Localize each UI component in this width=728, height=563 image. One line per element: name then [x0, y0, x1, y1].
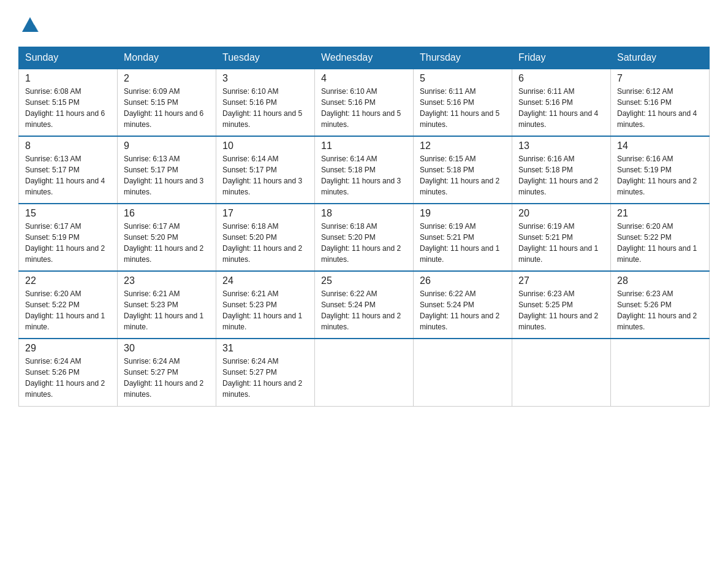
day-info: Sunrise: 6:13 AMSunset: 5:17 PMDaylight:… [124, 153, 210, 197]
day-number: 4 [321, 73, 407, 84]
calendar-cell: 19Sunrise: 6:19 AMSunset: 5:21 PMDayligh… [414, 204, 512, 271]
day-info: Sunrise: 6:10 AMSunset: 5:16 PMDaylight:… [222, 86, 308, 130]
calendar-cell: 13Sunrise: 6:16 AMSunset: 5:18 PMDayligh… [512, 136, 611, 204]
calendar-cell [414, 339, 512, 406]
calendar-cell: 11Sunrise: 6:14 AMSunset: 5:18 PMDayligh… [315, 136, 414, 204]
day-info: Sunrise: 6:08 AMSunset: 5:15 PMDaylight:… [25, 86, 111, 130]
day-info: Sunrise: 6:17 AMSunset: 5:20 PMDaylight:… [124, 221, 210, 265]
weekday-header-friday: Friday [512, 47, 611, 69]
calendar-cell: 10Sunrise: 6:14 AMSunset: 5:17 PMDayligh… [216, 136, 315, 204]
weekday-header-row: SundayMondayTuesdayWednesdayThursdayFrid… [19, 47, 710, 69]
calendar-cell: 23Sunrise: 6:21 AMSunset: 5:23 PMDayligh… [118, 271, 216, 339]
calendar-cell [512, 339, 611, 406]
day-number: 5 [420, 73, 506, 84]
calendar-cell: 25Sunrise: 6:22 AMSunset: 5:24 PMDayligh… [315, 271, 414, 339]
day-info: Sunrise: 6:09 AMSunset: 5:15 PMDaylight:… [124, 86, 210, 130]
day-number: 29 [25, 343, 111, 354]
day-number: 7 [617, 73, 703, 84]
day-info: Sunrise: 6:23 AMSunset: 5:26 PMDaylight:… [617, 288, 703, 332]
day-number: 23 [124, 275, 210, 286]
day-number: 28 [617, 275, 703, 286]
day-number: 16 [124, 208, 210, 219]
calendar-cell: 15Sunrise: 6:17 AMSunset: 5:19 PMDayligh… [19, 204, 118, 271]
day-number: 24 [222, 275, 308, 286]
weekday-header-sunday: Sunday [19, 47, 118, 69]
day-info: Sunrise: 6:22 AMSunset: 5:24 PMDaylight:… [321, 288, 407, 332]
day-info: Sunrise: 6:16 AMSunset: 5:19 PMDaylight:… [617, 153, 703, 197]
day-number: 15 [25, 208, 111, 219]
day-info: Sunrise: 6:18 AMSunset: 5:20 PMDaylight:… [222, 221, 308, 265]
day-info: Sunrise: 6:16 AMSunset: 5:18 PMDaylight:… [518, 153, 604, 197]
day-info: Sunrise: 6:21 AMSunset: 5:23 PMDaylight:… [222, 288, 308, 332]
week-row-5: 29Sunrise: 6:24 AMSunset: 5:26 PMDayligh… [19, 339, 710, 406]
day-info: Sunrise: 6:21 AMSunset: 5:23 PMDaylight:… [124, 288, 210, 332]
calendar-cell: 18Sunrise: 6:18 AMSunset: 5:20 PMDayligh… [315, 204, 414, 271]
calendar-cell: 12Sunrise: 6:15 AMSunset: 5:18 PMDayligh… [414, 136, 512, 204]
day-number: 12 [420, 140, 506, 151]
calendar-cell: 9Sunrise: 6:13 AMSunset: 5:17 PMDaylight… [118, 136, 216, 204]
calendar-cell: 31Sunrise: 6:24 AMSunset: 5:27 PMDayligh… [216, 339, 315, 406]
day-info: Sunrise: 6:12 AMSunset: 5:16 PMDaylight:… [617, 86, 703, 130]
calendar-cell: 1Sunrise: 6:08 AMSunset: 5:15 PMDaylight… [19, 69, 118, 136]
day-number: 8 [25, 140, 111, 151]
calendar-cell: 7Sunrise: 6:12 AMSunset: 5:16 PMDaylight… [611, 69, 710, 136]
day-number: 27 [518, 275, 604, 286]
day-info: Sunrise: 6:19 AMSunset: 5:21 PMDaylight:… [518, 221, 604, 265]
calendar-cell [611, 339, 710, 406]
day-info: Sunrise: 6:14 AMSunset: 5:17 PMDaylight:… [222, 153, 308, 197]
day-info: Sunrise: 6:14 AMSunset: 5:18 PMDaylight:… [321, 153, 407, 197]
calendar-cell: 20Sunrise: 6:19 AMSunset: 5:21 PMDayligh… [512, 204, 611, 271]
calendar-cell: 22Sunrise: 6:20 AMSunset: 5:22 PMDayligh… [19, 271, 118, 339]
calendar-cell: 5Sunrise: 6:11 AMSunset: 5:16 PMDaylight… [414, 69, 512, 136]
day-info: Sunrise: 6:17 AMSunset: 5:19 PMDaylight:… [25, 221, 111, 265]
weekday-header-thursday: Thursday [414, 47, 512, 69]
week-row-2: 8Sunrise: 6:13 AMSunset: 5:17 PMDaylight… [19, 136, 710, 204]
day-info: Sunrise: 6:24 AMSunset: 5:26 PMDaylight:… [25, 356, 111, 400]
calendar-cell: 14Sunrise: 6:16 AMSunset: 5:19 PMDayligh… [611, 136, 710, 204]
logo-icon [18, 12, 42, 36]
day-number: 14 [617, 140, 703, 151]
day-info: Sunrise: 6:11 AMSunset: 5:16 PMDaylight:… [518, 86, 604, 130]
day-number: 19 [420, 208, 506, 219]
day-info: Sunrise: 6:11 AMSunset: 5:16 PMDaylight:… [420, 86, 506, 130]
day-number: 6 [518, 73, 604, 84]
day-info: Sunrise: 6:24 AMSunset: 5:27 PMDaylight:… [222, 356, 308, 400]
calendar-cell: 30Sunrise: 6:24 AMSunset: 5:27 PMDayligh… [118, 339, 216, 406]
day-info: Sunrise: 6:19 AMSunset: 5:21 PMDaylight:… [420, 221, 506, 265]
day-number: 17 [222, 208, 308, 219]
day-info: Sunrise: 6:20 AMSunset: 5:22 PMDaylight:… [25, 288, 111, 332]
day-info: Sunrise: 6:10 AMSunset: 5:16 PMDaylight:… [321, 86, 407, 130]
page-header [18, 12, 710, 36]
calendar-cell: 16Sunrise: 6:17 AMSunset: 5:20 PMDayligh… [118, 204, 216, 271]
day-info: Sunrise: 6:15 AMSunset: 5:18 PMDaylight:… [420, 153, 506, 197]
day-info: Sunrise: 6:18 AMSunset: 5:20 PMDaylight:… [321, 221, 407, 265]
week-row-3: 15Sunrise: 6:17 AMSunset: 5:19 PMDayligh… [19, 204, 710, 271]
day-number: 22 [25, 275, 111, 286]
day-number: 30 [124, 343, 210, 354]
day-number: 2 [124, 73, 210, 84]
day-number: 18 [321, 208, 407, 219]
weekday-header-wednesday: Wednesday [315, 47, 414, 69]
calendar-cell: 21Sunrise: 6:20 AMSunset: 5:22 PMDayligh… [611, 204, 710, 271]
calendar-table: SundayMondayTuesdayWednesdayThursdayFrid… [18, 47, 710, 407]
day-number: 11 [321, 140, 407, 151]
calendar-cell: 24Sunrise: 6:21 AMSunset: 5:23 PMDayligh… [216, 271, 315, 339]
day-info: Sunrise: 6:24 AMSunset: 5:27 PMDaylight:… [124, 356, 210, 400]
week-row-4: 22Sunrise: 6:20 AMSunset: 5:22 PMDayligh… [19, 271, 710, 339]
calendar-cell: 2Sunrise: 6:09 AMSunset: 5:15 PMDaylight… [118, 69, 216, 136]
day-info: Sunrise: 6:20 AMSunset: 5:22 PMDaylight:… [617, 221, 703, 265]
day-number: 1 [25, 73, 111, 84]
day-number: 31 [222, 343, 308, 354]
calendar-cell: 27Sunrise: 6:23 AMSunset: 5:25 PMDayligh… [512, 271, 611, 339]
calendar-cell: 3Sunrise: 6:10 AMSunset: 5:16 PMDaylight… [216, 69, 315, 136]
day-number: 13 [518, 140, 604, 151]
day-number: 10 [222, 140, 308, 151]
calendar-cell: 6Sunrise: 6:11 AMSunset: 5:16 PMDaylight… [512, 69, 611, 136]
day-number: 26 [420, 275, 506, 286]
weekday-header-tuesday: Tuesday [216, 47, 315, 69]
calendar-cell: 4Sunrise: 6:10 AMSunset: 5:16 PMDaylight… [315, 69, 414, 136]
day-number: 25 [321, 275, 407, 286]
calendar-cell: 28Sunrise: 6:23 AMSunset: 5:26 PMDayligh… [611, 271, 710, 339]
calendar-cell: 29Sunrise: 6:24 AMSunset: 5:26 PMDayligh… [19, 339, 118, 406]
day-info: Sunrise: 6:13 AMSunset: 5:17 PMDaylight:… [25, 153, 111, 197]
